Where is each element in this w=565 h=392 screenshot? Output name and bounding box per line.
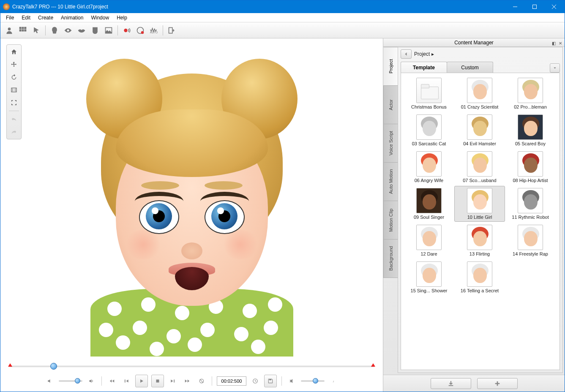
svg-rect-17	[156, 380, 159, 383]
content-item[interactable]: 12 Dare	[404, 223, 454, 259]
svg-rect-5	[19, 29, 22, 31]
title-bar: CrazyTalk7 PRO --- 10 Little Girl.ct7pro…	[0, 0, 565, 13]
speed-slow-icon[interactable]	[287, 376, 298, 387]
time-mode-icon[interactable]	[250, 376, 261, 387]
panel-dock-icon[interactable]: ◧	[551, 39, 556, 44]
app-icon	[3, 3, 10, 10]
menu-help[interactable]: Help	[113, 14, 131, 22]
content-grid: Christmas Bonus01 Crazy Scientist02 Pro.…	[401, 73, 560, 370]
content-item[interactable]: 01 Crazy Scientist	[454, 76, 505, 112]
tab-template[interactable]: Template	[401, 62, 447, 73]
auto-motion-icon[interactable]: AUTO	[147, 24, 160, 37]
main-toolbar: AUTO	[0, 22, 565, 38]
content-item[interactable]: 15 Sing... Shower	[404, 259, 454, 295]
menu-edit[interactable]: Edit	[18, 14, 34, 22]
minimize-button[interactable]	[505, 0, 525, 13]
speed-slider[interactable]	[301, 380, 325, 382]
category-tab-project[interactable]: Project	[383, 47, 398, 86]
content-item-label: 01 Crazy Scientist	[456, 104, 504, 109]
play-button[interactable]	[135, 375, 148, 387]
content-item[interactable]: 06 Angry Wife	[404, 149, 454, 185]
category-tab-voice-script[interactable]: Voice Script	[383, 124, 398, 163]
window-title: CrazyTalk7 PRO --- 10 Little Girl.ct7pro…	[12, 4, 505, 10]
next-frame-icon[interactable]	[167, 376, 178, 387]
category-tab-auto-motion[interactable]: Auto Motion	[383, 162, 398, 201]
stop-button[interactable]	[151, 375, 164, 387]
breadcrumb[interactable]: Project ▸	[414, 51, 434, 57]
panel-close-icon[interactable]: ✕	[558, 39, 563, 44]
svg-rect-7	[24, 29, 26, 31]
export-icon[interactable]	[166, 24, 178, 37]
svg-text:♪: ♪	[333, 380, 334, 383]
content-item[interactable]: 13 Flirting	[454, 223, 505, 259]
volume-slider[interactable]	[59, 380, 82, 382]
fast-forward-icon[interactable]	[182, 376, 193, 387]
menu-window[interactable]: Window	[87, 14, 113, 22]
record-icon[interactable]	[120, 24, 133, 37]
menu-file[interactable]: File	[2, 14, 18, 22]
apply-button[interactable]	[431, 378, 471, 389]
content-item-label: 08 Hip-Hop Artist	[506, 178, 554, 183]
content-item[interactable]: 08 Hip-Hop Artist	[505, 149, 556, 185]
range-start-marker[interactable]	[8, 363, 12, 367]
speed-fast-icon[interactable]: ♪	[328, 376, 339, 387]
volume-icon[interactable]	[86, 376, 97, 387]
voice-morph-icon[interactable]	[134, 24, 147, 37]
playback-bar: 00:02:500 ♪	[3, 373, 380, 389]
image-icon[interactable]	[102, 24, 115, 37]
svg-point-8	[67, 29, 69, 31]
cursor-icon[interactable]	[30, 24, 43, 37]
content-manager-panel: Content Manager ◧ ✕ ProjectActorVoice Sc…	[383, 38, 565, 392]
rewind-icon[interactable]	[106, 376, 117, 387]
playhead[interactable]	[50, 363, 57, 370]
content-item[interactable]: 05 Scared Boy	[505, 112, 556, 148]
content-item[interactable]: 02 Pro...bleman	[505, 76, 556, 112]
category-tab-motion-clip[interactable]: Motion Clip	[383, 201, 398, 240]
time-display[interactable]: 00:02:500	[217, 376, 246, 386]
add-button[interactable]	[477, 378, 518, 389]
view-options-button[interactable]	[550, 63, 560, 73]
content-item[interactable]: 03 Sarcastic Cat	[404, 112, 454, 148]
svg-point-10	[124, 28, 127, 32]
content-item[interactable]: 10 Little Girl	[454, 186, 505, 222]
content-item[interactable]: 04 Evil Hamster	[454, 112, 505, 148]
content-item[interactable]: 14 Freestyle Rap	[505, 223, 556, 259]
prev-frame-icon[interactable]	[121, 376, 132, 387]
head-icon[interactable]	[48, 24, 61, 37]
lips-icon[interactable]	[75, 24, 88, 37]
actor-icon[interactable]	[3, 24, 16, 37]
content-item-label: 12 Dare	[405, 251, 453, 256]
content-item-label: 11 Rythmic Robot	[506, 215, 554, 220]
category-tab-background[interactable]: Background	[383, 239, 398, 278]
mute-icon[interactable]	[44, 376, 55, 387]
svg-rect-21	[269, 379, 271, 380]
loop-off-icon[interactable]	[196, 376, 207, 387]
content-item[interactable]: 09 Soul Singer	[404, 186, 454, 222]
category-tab-actor[interactable]: Actor	[383, 85, 398, 124]
character-little-girl	[74, 61, 310, 357]
svg-rect-0	[533, 5, 537, 9]
content-item-label: 16 Telling a Secret	[456, 288, 504, 293]
content-item[interactable]: 07 Sco...usband	[454, 149, 505, 185]
menu-animation[interactable]: Animation	[57, 14, 87, 22]
viewport[interactable]	[3, 41, 380, 359]
content-item-label: 05 Scared Boy	[506, 141, 554, 146]
save-icon[interactable]	[264, 375, 277, 387]
content-item[interactable]: Christmas Bonus	[404, 76, 454, 112]
category-tabs: ProjectActorVoice ScriptAuto MotionMotio…	[383, 47, 398, 375]
menu-create[interactable]: Create	[34, 14, 57, 22]
eye-icon[interactable]	[62, 24, 74, 37]
content-item[interactable]: 11 Rythmic Robot	[505, 186, 556, 222]
timeline[interactable]	[9, 359, 374, 373]
range-end-marker[interactable]	[371, 363, 375, 367]
content-item-label: 10 Little Girl	[456, 215, 504, 220]
grid-icon[interactable]	[16, 24, 29, 37]
maximize-button[interactable]	[525, 0, 544, 13]
face-outline-icon[interactable]	[89, 24, 101, 37]
tab-custom[interactable]: Custom	[447, 62, 493, 73]
nav-back-button[interactable]	[401, 49, 412, 59]
content-item[interactable]: 16 Telling a Secret	[454, 259, 505, 295]
close-button[interactable]	[544, 0, 564, 13]
stage: 00:02:500 ♪	[0, 38, 383, 392]
svg-point-1	[8, 27, 11, 30]
